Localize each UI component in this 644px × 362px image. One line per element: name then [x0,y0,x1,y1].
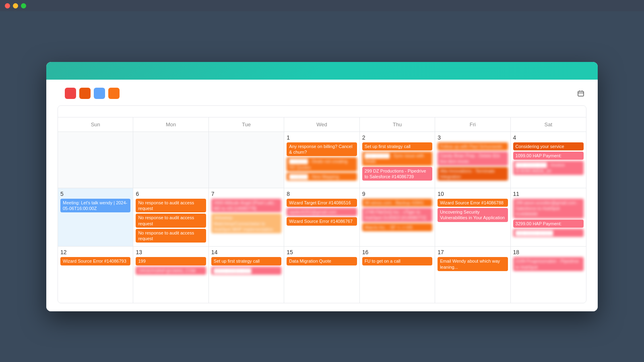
calendar-event[interactable]: ██████████ - Invoice ID:B39CA0DA_10 [513,161,584,175]
calendar-event[interactable]: Set up first strategy call [362,142,432,150]
calendar-event[interactable]: Candy Brian Prep - Delete $1k line item … [438,152,508,166]
calendar-cell: 4Considering your service1099.00 HAP Pay… [511,132,586,188]
calendar-event[interactable]: Wizard Target Error #14086516 [287,199,357,207]
calendar-event[interactable]: ████████████ [513,229,584,237]
day-header-sun: Sun [58,117,133,132]
calendar-color-1[interactable] [65,88,76,99]
day-number: 17 [438,249,508,255]
calendar-event[interactable]: Wizard Source Error #14086767 [287,217,357,225]
day-number: 10 [438,191,508,197]
day-number: 11 [513,191,584,197]
calendar-cell: 3Follow up with Paul SchurowskiCandy Bri… [435,132,510,188]
day-number: 5 [60,191,130,197]
day-number: 15 [287,249,357,255]
calendar-week-1: 5Meeting: Let's talk wendy | 2024-05-06T… [58,188,586,247]
day-number: 13 [136,249,206,255]
close-dot[interactable] [5,3,10,8]
calendar-color-3[interactable] [94,88,105,99]
calendar-cell: 15Data Migration Quote [284,247,359,303]
calendar-event[interactable]: wpdev6252@gmail.com [287,208,357,216]
calendar-cell: 13199ORDERS8NP@GMAIL.COM [133,247,208,303]
calendar-event[interactable]: 199 [136,257,206,265]
calendar-event[interactable]: ██████ - Deals not creating NS Quotes [287,157,357,171]
day-number: 6 [136,191,206,197]
calendar-event[interactable]: No response to audit access request [136,229,206,243]
calendar-event[interactable]: Meeting: Let's talk wendy | 2024-05-06T1… [60,199,130,213]
calendar-event[interactable]: 1099.00 HAP Payment: [513,152,584,160]
calendar-event[interactable]: Wizard Source Error #14086793 [60,257,130,265]
calendar-event[interactable]: ██████ - New Mapping [287,173,357,181]
calendar-event[interactable]: 299 jason.scootier@gmail.com - Salesforc… [513,199,584,218]
day-header-mon: Mon [133,117,208,132]
calendar-event[interactable]: Any response on billing? Cancel & churn? [287,142,357,156]
modal-body: Sun Mon Tue Wed Thu Fri Sat 1Any respons… [46,80,598,312]
calendar-nav [58,106,586,117]
day-header-tue: Tue [209,117,284,132]
day-number: 7 [211,191,281,197]
calendar-cell: 5Meeting: Let's talk wendy | 2024-05-06T… [58,188,133,247]
day-number: 2 [362,134,432,141]
calendar-event[interactable]: 3900 Altitude Angel [Pixel Lab] - MD to … [211,199,281,213]
calendar-event[interactable]: Set up first strategy call [211,257,281,265]
calendar-event[interactable]: 299 DZ Productions - Pipedrive to Salesf… [362,167,432,181]
calendar-event[interactable]: Wizard Source Error #14086788 [438,199,508,207]
calendar-cell: 8Wizard Target Error #14086516wpdev6252@… [284,188,359,247]
day-header-wed: Wed [284,117,359,132]
day-header-thu: Thu [360,117,435,132]
calendar-event[interactable]: Alacris Inc. - SF <--> HS [362,223,432,231]
calendar-cell: 182199 Progressmaker - Pipedrive to HubS… [511,247,586,303]
calendar-cell: 1Any response on billing? Cancel & churn… [284,132,359,188]
day-number: 18 [513,249,584,255]
calendar-event[interactable]: 2199 Progressmaker - Pipedrive to HubSpo… [513,257,584,271]
calendar-event[interactable]: Email Wendy about which way leaning... [438,257,508,271]
calendar-cell: 2Set up first strategy call████████ - Sy… [360,132,435,188]
calendar-cell: 11299 jason.scootier@gmail.com - Salesfo… [511,188,586,247]
minimize-dot[interactable] [13,3,18,8]
calendar-container: Sun Mon Tue Wed Thu Fri Sat 1Any respons… [58,105,586,304]
calendar-color-2[interactable] [79,88,91,99]
calendar-event[interactable]: 1749 FileOnQ Inc - vTiger to HubSpot GUI… [362,208,432,222]
calendar-day-headers: Sun Mon Tue Wed Thu Fri Sat [58,117,586,132]
day-header-sat: Sat [511,117,586,132]
maximize-dot[interactable] [21,3,26,8]
modal: Sun Mon Tue Wed Thu Fri Sat 1Any respons… [46,62,598,312]
calendar-cell [209,132,284,188]
calendar-event[interactable]: Uncovering Security Vulnerabilities in Y… [438,208,508,222]
calendar-event[interactable]: Alta Innovations - Terminate Integration [438,167,508,181]
day-number: 3 [438,134,508,141]
calendar-cell: 10Wizard Source Error #14086788Uncoverin… [435,188,510,247]
calendar-event[interactable]: 3299.00 HAP Payment: [513,220,584,228]
calendar-week-2: 12Wizard Source Error #1408679313199ORDE… [58,247,586,303]
day-number: 14 [211,249,281,255]
calendar-event[interactable]: No response to audit access request [136,214,206,228]
calendar-icon [578,90,584,97]
calendar-cell: 16FU to get on a call [360,247,435,303]
day-number: 9 [362,191,432,197]
day-number: 1 [287,134,357,141]
calendar-event[interactable]: Considering your service [513,142,584,150]
calendar-event[interactable]: No response to audit access request [136,199,206,213]
calendar-event[interactable]: FU to get on a call [362,257,432,265]
calendar-cell: 73900 Altitude Angel [Pixel Lab] - MD to… [209,188,284,247]
svg-rect-0 [578,91,584,96]
modal-header [46,62,598,80]
calendar-event[interactable]: ████████ - Sync issue with Deals [362,152,432,166]
calendar-cell: 14Set up first strategy call████████████ [209,247,284,303]
day-number: 8 [287,191,357,197]
calendars-left [58,88,120,99]
my-calendars-button[interactable] [578,90,586,97]
calendar-color-4[interactable] [108,88,120,99]
calendar-event[interactable]: Data Migration Quote [287,257,357,265]
calendar-event[interactable]: Jetsweep Mailchimp/Connectwise to HubSpo… [211,214,281,233]
day-number: 4 [513,134,584,141]
calendar-cell [58,132,133,188]
day-header-fri: Fri [435,117,510,132]
calendar-weeks: 1Any response on billing? Cancel & churn… [58,132,586,303]
calendar-event[interactable]: 99 winos.com - Backup #2841 [362,199,432,207]
calendar-event[interactable]: ████████████ [211,267,281,275]
calendar-cell [133,132,208,188]
calendar-event[interactable]: ORDERS8NP@GMAIL.COM [136,267,206,275]
calendar-cell: 999 winos.com - Backup #28411749 FileOnQ… [360,188,435,247]
day-number: 16 [362,249,432,255]
calendar-event[interactable]: Follow up with Paul Schurowski [438,142,508,150]
